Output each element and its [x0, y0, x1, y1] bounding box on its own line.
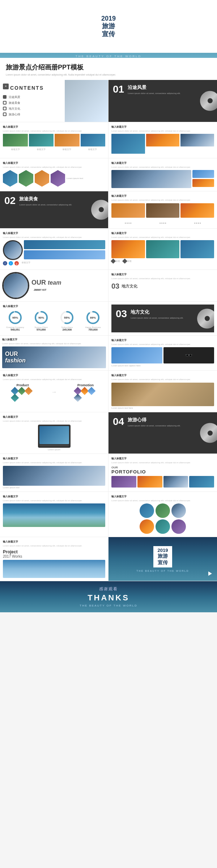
photo-cell-3: [55, 134, 80, 146]
hex-1: [3, 170, 17, 187]
hero-banner: 2019 旅游 宣传 THE BEAUTY OF THE WORLD: [0, 0, 217, 58]
input-sub-11a: Lorem ipsum dolor sit amet, consectetur …: [3, 461, 105, 464]
input-label-6b: 输入标题文字: [111, 273, 214, 276]
contents-photo: [65, 80, 108, 122]
slide-left-13: 输入标题文字 Lorem ipsum dolor sit amet, conse…: [0, 537, 109, 581]
slide-row-6: OUR team JIMMY KIT 输入标题文字 Lorem ipsum do…: [0, 270, 217, 302]
pd-4: [10, 394, 19, 402]
our-fashion-text: OUR fashion: [5, 351, 26, 364]
prog-num-4: 755,600: [81, 328, 105, 331]
prog-num-1: 548,051: [3, 328, 27, 331]
social-t[interactable]: t: [9, 261, 13, 265]
slide-row-4: 02 旅途美食 Lorem ipsum dolor sit amet, cons…: [0, 191, 217, 228]
lbl-2a-4: 标签文字: [88, 148, 97, 151]
diamond-ic-1: [111, 259, 116, 264]
progress-row-7a: 95% Growing Company 548,051 90% Sucess C…: [3, 309, 105, 332]
cp-6: [171, 519, 186, 534]
hero-year: 2019: [101, 15, 116, 22]
slide-01-black-header: 01 沿途风景 Lorem ipsum dolor sit amet, cons…: [109, 80, 217, 122]
social-g[interactable]: g: [14, 261, 19, 265]
thanks-subtitle: THE BEAUTY OF THE WORLD: [80, 604, 137, 607]
input-label-11a: 输入标题文字: [3, 457, 105, 460]
ending-title-box: 2019 旅游 宣传: [153, 546, 173, 567]
thanks-footer: 感谢观看 THANKS THE BEAUTY OF THE WORLD: [0, 581, 217, 612]
slide-left-10: 输入标题文字 Lorem ipsum dolor sit amet, conse…: [0, 412, 109, 454]
thanks-label: THANKS: [88, 593, 129, 603]
food-labels: ★★★★ ★★★★ ★★★★: [111, 219, 214, 225]
cp-1: [140, 503, 154, 518]
slide-03-num: 03: [116, 309, 127, 319]
pd-3: [24, 387, 33, 395]
cd-inner-1: [208, 98, 213, 103]
input-label-8b: 输入标题文字: [111, 339, 214, 342]
photo-grid-2b: [111, 134, 214, 154]
input-label-9b: 输入标题文字: [111, 374, 214, 377]
food-photo-3: [180, 203, 214, 218]
slide-right-11: 输入标题文字 Lorem ipsum dolor sit amet, conse…: [109, 454, 217, 491]
slide-03-full: 03 地方文化 Lorem ipsum dolor sit amet, cons…: [111, 305, 214, 332]
laptop-section: [3, 425, 105, 448]
cp-5: [156, 519, 170, 534]
promo-diamonds: [75, 388, 97, 401]
cd-decoration-2: [91, 200, 109, 220]
arrow-divider: →: [51, 389, 57, 395]
circle-photo-grid: [111, 503, 214, 534]
slide-left-7: 输入标题文字 95% Growing Company 548,051 90% S…: [0, 302, 109, 335]
colosseum-photo: [111, 383, 214, 406]
page-desc: Lorem ipsum dolor sit amet, consectetur …: [6, 73, 211, 77]
svg-text:55%: 55%: [64, 316, 70, 319]
social-f[interactable]: f: [3, 261, 7, 265]
slide-row-1: ≡ CONTENTS 沿途风景 旅途美食 地方文化 旅游心得: [0, 80, 217, 122]
glasses-icon: 🕶️: [185, 352, 192, 359]
porto-p4: [189, 476, 214, 488]
slide-02-right: 输入标题文字 Lorem ipsum dolor sit amet, conse…: [109, 191, 217, 228]
culture-photo-2: 🕶️: [163, 347, 214, 363]
labels-5b: 标签 标签: [111, 259, 214, 263]
slide-01-header: 01 沿途风景 Lorem ipsum dolor sit amet, cons…: [109, 80, 217, 122]
ending-year: 2019: [158, 548, 168, 553]
team-circle: [2, 272, 29, 299]
labels-row-2a: 标签文字 标签文字 标签文字 标签文字: [3, 148, 105, 151]
hero-subtitle: THE BEAUTY OF THE WORLD: [76, 55, 142, 58]
cd-inner-2: [99, 207, 104, 212]
prog-svg-3: 55%: [60, 310, 74, 325]
product-diamonds: [12, 388, 34, 401]
porto-p2: [137, 476, 162, 488]
porto-p3: [163, 476, 188, 488]
ending-title: 旅游 宣传: [158, 553, 168, 566]
slide-04-num: 04: [113, 417, 124, 427]
slide-01-num: 01: [113, 84, 124, 94]
slide-row-13: 输入标题文字 Lorem ipsum dolor sit amet, conse…: [0, 537, 217, 581]
slide-02-title-zh: 旅途美食: [19, 196, 72, 202]
team-section: OUR team JIMMY KIT: [2, 272, 106, 299]
input-sub-11b: Lorem ipsum dolor sit amet, consectetur …: [111, 461, 214, 464]
photo-cell-b3: [180, 134, 214, 146]
hero-arrow: [205, 45, 210, 51]
laptop-frame: [38, 425, 71, 448]
scenic-img-12: [3, 503, 105, 527]
cd-decoration-3: [197, 309, 214, 328]
input-sub-12a: Lorem ipsum dolor sit amet, consectetur …: [3, 499, 105, 502]
contents-title-text: CONTENTS: [10, 85, 44, 91]
slide-row-2: 输入标题文字 Lorem ipsum dolor sit amet, conse…: [0, 122, 217, 158]
culture-photos: 🕶️: [111, 347, 214, 363]
input-sub-4b: Lorem ipsum dolor sit amet, consectetur …: [111, 199, 214, 201]
hero-title-box: 2019 旅游 宣传: [0, 0, 217, 53]
slide-04-title-zh: 旅游心得: [128, 417, 180, 423]
slide-right-5: 输入标题文字 Lorem ipsum dolor sit amet, conse…: [109, 229, 217, 269]
food-photos: [111, 203, 214, 218]
input-label-12b: 输入标题文字: [111, 495, 214, 498]
contents-label-3: 地方文化: [9, 107, 20, 111]
input-label-2a: 输入标题文字: [3, 125, 105, 129]
slide-right-13: 2019 旅游 宣传 THE BEAUTY OF THE WORLD: [109, 537, 217, 581]
input-sub-5a: Lorem ipsum dolor sit amet, consectetur …: [3, 236, 105, 239]
svg-text:90%: 90%: [38, 316, 44, 319]
photo-3b-3: [192, 179, 214, 187]
input-label-10a: 输入标题文字: [3, 415, 105, 419]
landscape-caption-11: Lorem ipsum text: [3, 486, 105, 489]
input-sub-10a: Lorem ipsum dolor sit amet, consectetur …: [3, 420, 105, 422]
photo-3b-2: [192, 170, 214, 178]
contents-slide: ≡ CONTENTS 沿途风景 旅途美食 地方文化 旅游心得: [0, 80, 109, 122]
input-sub-13a: Lorem ipsum dolor sit amet, consectetur …: [3, 544, 105, 547]
cd-decoration-1: [200, 91, 217, 111]
